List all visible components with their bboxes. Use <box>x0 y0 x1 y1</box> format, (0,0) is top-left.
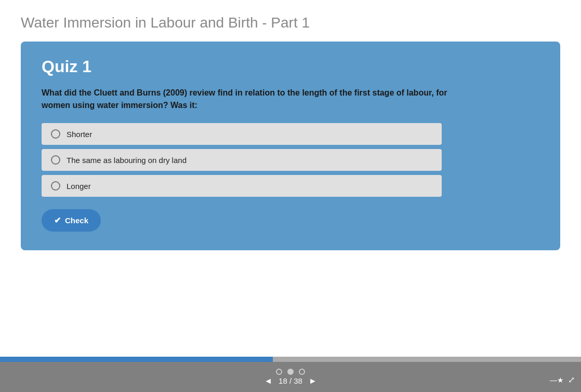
option-longer[interactable]: Longer <box>42 175 442 197</box>
quiz-question: What did the Cluett and Burns (2009) rev… <box>42 87 468 112</box>
quiz-container: Quiz 1 What did the Cluett and Burns (20… <box>21 42 560 250</box>
corner-icons: —★ ⤢ <box>550 375 575 385</box>
option-same-label: The same as labouring on dry land <box>67 156 187 165</box>
nav-dot-1[interactable] <box>276 369 282 375</box>
progress-bar-fill <box>0 357 273 362</box>
expand-icon[interactable]: ⤢ <box>568 375 575 385</box>
nav-controls: ◄ 18 / 38 ► <box>264 376 317 386</box>
check-button-label: Check <box>65 216 88 225</box>
option-same[interactable]: The same as labouring on dry land <box>42 149 442 171</box>
option-shorter[interactable]: Shorter <box>42 123 442 145</box>
radio-same[interactable] <box>51 155 60 165</box>
nav-dot-3[interactable] <box>299 369 305 375</box>
option-longer-label: Longer <box>67 182 91 191</box>
radio-longer[interactable] <box>51 181 60 191</box>
nav-dots-row <box>276 369 305 375</box>
prev-arrow[interactable]: ◄ <box>264 376 272 386</box>
page-info: 18 / 38 <box>279 376 302 385</box>
page-title: Water Immersion in Labour and Birth - Pa… <box>0 0 581 42</box>
option-shorter-label: Shorter <box>67 130 92 139</box>
settings-icon[interactable]: —★ <box>550 376 564 384</box>
nav-dot-2[interactable] <box>287 369 294 375</box>
check-icon: ✔ <box>54 215 61 225</box>
quiz-title: Quiz 1 <box>42 57 539 76</box>
radio-shorter[interactable] <box>51 129 60 139</box>
options-list: Shorter The same as labouring on dry lan… <box>42 123 539 197</box>
progress-bar-container <box>0 357 581 362</box>
bottom-nav-bar: ◄ 18 / 38 ► —★ ⤢ <box>0 362 581 392</box>
check-button[interactable]: ✔ Check <box>42 209 101 232</box>
next-arrow[interactable]: ► <box>309 376 317 386</box>
